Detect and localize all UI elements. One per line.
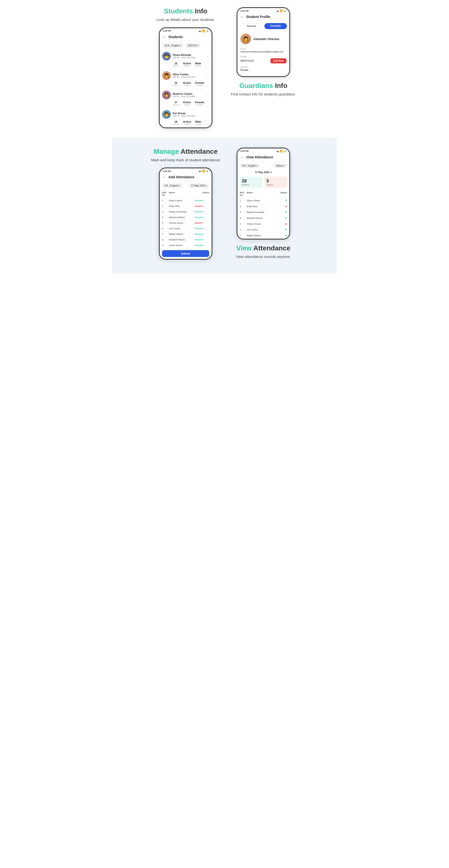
class-filter[interactable]: 10 A - English ▾: [162, 43, 183, 48]
back-arrow-icon-add[interactable]: ←: [162, 175, 167, 179]
guardian-status-bar: 3:54 PM ☁ 📶 🔋: [237, 8, 289, 13]
view-attendance-row: 1 Class 6 demo P: [239, 198, 288, 204]
student-card[interactable]: 🧒Paulo AlmeidaGR No : 2022-2312493→ 15 R…: [160, 50, 212, 69]
student-card[interactable]: 🧑Kai SouzaGR No : 2022-2312496→ 18 Roll …: [160, 108, 212, 127]
students-promo-block: Students Info Look up details about your…: [149, 7, 222, 128]
student-avatar: 🧑: [162, 110, 171, 119]
attendance-row[interactable]: 3 Raissa Fernandes Present ▾: [161, 209, 210, 215]
attendance-row[interactable]: 6 Luiz Cunha Present ▾: [161, 226, 210, 231]
manage-attendance-block: Manage Attendance Mark and keep track of…: [149, 148, 222, 260]
add-date-filter[interactable]: 17 May 2024 ▾: [188, 183, 209, 188]
guardians-promo-block: 3:54 PM ☁ 📶 🔋 ← Student Profile General …: [227, 7, 300, 102]
view-attendance-row: 6 Luiz Cunha P: [239, 227, 288, 233]
student-gr: GR No : 2022-2312495: [173, 95, 204, 98]
guardian-phone: 3:54 PM ☁ 📶 🔋 ← Student Profile General …: [237, 7, 290, 77]
student-name: Kai Souza: [173, 112, 204, 115]
back-arrow-icon-view[interactable]: ←: [240, 155, 244, 159]
guardian-phone-screen: 3:54 PM ☁ 📶 🔋 ← Student Profile General …: [237, 8, 289, 76]
section-attendance: Manage Attendance Mark and keep track of…: [112, 138, 337, 274]
absent-stat-box: 3 Absent: [264, 177, 287, 188]
view-attendance-row: 2 Emily Silva A: [239, 204, 288, 210]
view-attendance-row: 5 Vinicius Souza A: [239, 221, 288, 227]
add-attendance-header: ← Add Attendance: [160, 174, 212, 181]
year-filter[interactable]: 2023-24 ▾: [185, 43, 201, 48]
status-bar: 5:46 PM ☁ 📶 🔋: [160, 28, 212, 33]
view-table-header: Roll No Name Status: [239, 190, 288, 198]
table-header-row: Roll No Name Status: [161, 190, 210, 198]
add-class-filter[interactable]: 6 A - English ▾: [162, 183, 182, 188]
view-attendance-row: 7 Rafael Oliveira P: [239, 233, 288, 239]
student-gr: GR No : 2022-2312496: [173, 115, 204, 117]
view-attendance-row: 3 Raissa Fernandes P: [239, 210, 288, 215]
nav-arrow-icon[interactable]: →: [206, 54, 209, 58]
nav-arrow-icon[interactable]: →: [206, 93, 209, 97]
guardian-profile: 👩 Azevedo Vinicius Email ViniciusFernand…: [237, 31, 289, 76]
student-gr: GR No : 2022-2312494: [173, 76, 204, 78]
view-filter-row: 6 A - English ▾ Status ▾: [237, 161, 289, 170]
students-filter-row: 10 A - English ▾ 2023-24 ▾: [160, 41, 212, 50]
tab-guardian[interactable]: Guardian: [264, 23, 287, 29]
present-stat-box: 28 Present: [240, 177, 262, 188]
view-attendance-block: 5:09 PM ☁ 📶 🔋 ← View Attendance 6 A - En…: [227, 148, 300, 265]
attendance-row[interactable]: 1 Class 6 demo Present ▾: [161, 198, 210, 204]
attendance-row[interactable]: 4 Mariana Oliveira Present ▾: [161, 215, 210, 220]
guardian-avatar: 👩: [240, 33, 251, 44]
view-attendance-screen: 5:09 PM ☁ 📶 🔋 ← View Attendance 6 A - En…: [237, 148, 289, 239]
date-filter[interactable]: 17 May 2024 ▾: [237, 170, 289, 175]
students-subtitle: Look up details about your students.: [156, 17, 215, 23]
guardian-mobile-section: Mobile 4846710133 Call Now: [240, 55, 287, 63]
mobile-row: 4846710133 Call Now: [240, 58, 287, 63]
attendance-row[interactable]: 7 Rafael Oliveira Present ▾: [161, 231, 210, 237]
back-arrow-icon[interactable]: ←: [162, 35, 167, 39]
attendance-row[interactable]: 8 Nicolash Pereira Present ▾: [161, 237, 210, 243]
guardians-title: Guardians Info: [239, 82, 288, 90]
guardian-phone-header: ← Student Profile: [237, 13, 289, 21]
students-phone-header: ← Students: [160, 33, 212, 41]
add-attendance-phone: 5:09 PM ☁ 📶 🔋 ← Add Attendance 6 A - Eng…: [159, 167, 212, 259]
attendance-row[interactable]: 5 Vinicius Souza Absent ▾: [161, 220, 210, 226]
view-attendance-row: 4 Mariana Oliveira P: [239, 215, 288, 221]
section-students: Students Info Look up details about your…: [112, 0, 337, 138]
guardian-gender-section: Gender Female: [240, 66, 287, 71]
student-name: Beatrice Castro: [173, 92, 204, 95]
view-attendance-header: ← View Attendance: [237, 154, 289, 161]
tab-general[interactable]: General: [240, 23, 263, 29]
view-title: View Attendance: [236, 244, 291, 252]
nav-arrow-icon[interactable]: →: [206, 113, 209, 116]
submit-button[interactable]: Submit: [162, 250, 209, 257]
profile-tabs: General Guardian: [237, 21, 289, 31]
student-card[interactable]: 👩Beatrice CastroGR No : 2022-2312495→ 17…: [160, 89, 212, 108]
guardian-header: 👩 Azevedo Vinicius: [240, 33, 287, 44]
view-attendance-phone: 5:09 PM ☁ 📶 🔋 ← View Attendance 6 A - En…: [237, 148, 290, 240]
call-now-button[interactable]: Call Now: [270, 58, 287, 63]
attendance-row[interactable]: 2 Emily Silva Absent ▾: [161, 204, 210, 209]
add-attendance-table: Roll No Name Status 1 Class 6 demo Prese…: [160, 190, 212, 248]
attendance-stats-row: 28 Present 3 Absent: [237, 175, 289, 190]
student-gr: GR No : 2022-2312493: [173, 56, 204, 59]
view-status-bar: 5:09 PM ☁ 📶 🔋: [237, 148, 289, 154]
student-avatar: 👩: [162, 91, 171, 99]
manage-subtitle: Mark and keep track of student attendanc…: [151, 157, 220, 163]
student-name: Aline Cunha: [173, 73, 204, 76]
guardian-email-section: Email ViniciusFernandesAzevedo@jourrapid…: [240, 48, 287, 53]
manage-title: Manage Attendance: [154, 148, 217, 155]
view-attendance-table: Roll No Name Status 1 Class 6 demo P 2 E…: [237, 190, 289, 239]
student-avatar: 🧒: [162, 52, 171, 60]
view-subtitle: View attendance records anytime.: [236, 254, 291, 259]
student-avatar: 👧: [162, 71, 171, 80]
nav-arrow-icon[interactable]: →: [206, 73, 209, 78]
students-phone-screen: 5:46 PM ☁ 📶 🔋 ← Students 10 A - English …: [160, 28, 212, 127]
attendance-row[interactable]: 9 Leonor Barros Present ▾: [161, 243, 210, 248]
students-phone: 5:46 PM ☁ 📶 🔋 ← Students 10 A - English …: [159, 27, 212, 128]
add-status-bar: 5:09 PM ☁ 📶 🔋: [160, 168, 212, 174]
view-class-filter[interactable]: 6 A - English ▾: [240, 163, 260, 168]
add-attendance-screen: 5:09 PM ☁ 📶 🔋 ← Add Attendance 6 A - Eng…: [160, 168, 212, 259]
student-card[interactable]: 👧Aline CunhaGR No : 2022-2312494→ 16 Rol…: [160, 69, 212, 89]
add-filter-row: 6 A - English ▾ 17 May 2024 ▾: [160, 181, 212, 190]
students-title: Students Info: [164, 7, 208, 15]
view-status-filter[interactable]: Status ▾: [274, 163, 287, 168]
guardians-subtitle: Find contact info for students guardians…: [231, 92, 296, 97]
student-list: 🧒Paulo AlmeidaGR No : 2022-2312493→ 15 R…: [160, 50, 212, 127]
student-name: Paulo Almeida: [173, 54, 204, 56]
back-arrow-icon-guardian[interactable]: ←: [240, 14, 244, 19]
